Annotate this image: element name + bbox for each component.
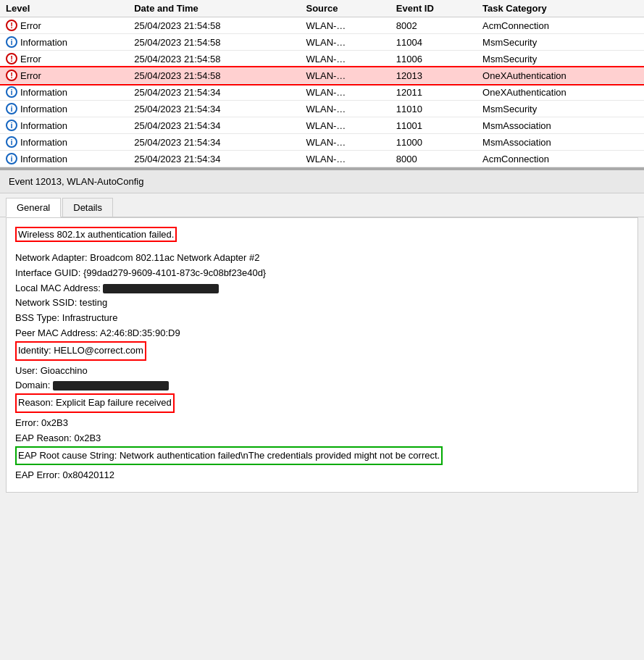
- cell-taskcategory-2: MsmSecurity: [477, 51, 644, 67]
- cell-taskcategory-0: AcmConnection: [477, 17, 644, 34]
- cell-eventid-3: 12013: [390, 67, 477, 84]
- cell-source-8: WLAN-…: [300, 151, 390, 167]
- bottom-panel: Event 12013, WLAN-AutoConfig General Det…: [0, 169, 644, 493]
- table-row[interactable]: !Error25/04/2023 21:54:58WLAN-…11006MsmS…: [0, 51, 644, 67]
- table-row[interactable]: iInformation25/04/2023 21:54:34WLAN-…800…: [0, 151, 644, 167]
- cell-source-0: WLAN-…: [300, 17, 390, 34]
- detail-line-7: User: Gioacchino: [15, 364, 629, 379]
- detail-line-9: Reason: Explicit Eap failure received: [15, 393, 629, 416]
- info-icon: i: [6, 103, 17, 114]
- detail-line-1: Interface GUID: {99dad279-9609-4101-873c…: [15, 266, 629, 281]
- detail-line-0: Network Adapter: Broadcom 802.11ac Netwo…: [15, 251, 629, 266]
- cell-level-2: !Error: [0, 51, 128, 67]
- cell-datetime-1: 25/04/2023 21:54:58: [128, 34, 300, 51]
- detail-line-4: BSS Type: Infrastructure: [15, 311, 629, 326]
- info-icon: i: [6, 36, 17, 48]
- redacted-bar-8: [53, 381, 169, 390]
- cell-taskcategory-7: MsmAssociation: [477, 134, 644, 151]
- level-text: Error: [20, 20, 41, 31]
- cell-datetime-8: 25/04/2023 21:54:34: [128, 151, 300, 167]
- cell-taskcategory-1: MsmSecurity: [477, 34, 644, 51]
- cell-eventid-1: 11004: [390, 34, 477, 51]
- table-row[interactable]: !Error25/04/2023 21:54:58WLAN-…8002AcmCo…: [0, 17, 644, 34]
- level-text: Error: [20, 54, 41, 64]
- cell-source-3: WLAN-…: [300, 67, 390, 84]
- cell-level-8: iInformation: [0, 151, 128, 167]
- table-row[interactable]: iInformation25/04/2023 21:54:34WLAN-…110…: [0, 117, 644, 134]
- top-panel: Level Date and Time Source Event ID Task…: [0, 0, 644, 169]
- detail-line-10: Error: 0x2B3: [15, 416, 629, 431]
- detail-line-6: Identity: HELLO@correct.com: [15, 341, 629, 364]
- cell-level-6: iInformation: [0, 117, 128, 134]
- cell-source-2: WLAN-…: [300, 51, 390, 67]
- info-icon: i: [6, 120, 17, 131]
- detail-line-5: Peer MAC Address: A2:46:8D:35:90:D9: [15, 326, 629, 341]
- cell-eventid-7: 11000: [390, 134, 477, 151]
- detail-line-11: EAP Reason: 0x2B3: [15, 431, 629, 446]
- cell-level-7: iInformation: [0, 134, 128, 151]
- red-highlight-text-6: Identity: HELLO@correct.com: [15, 341, 146, 361]
- detail-content: Wireless 802.1x authentication failed. N…: [6, 217, 638, 493]
- info-icon: i: [6, 86, 17, 98]
- cell-level-3: !Error: [0, 67, 128, 84]
- cell-eventid-0: 8002: [390, 17, 477, 34]
- level-text: Information: [20, 37, 67, 48]
- tab-details[interactable]: Details: [62, 198, 113, 217]
- cell-source-1: WLAN-…: [300, 34, 390, 51]
- detail-line-3: Network SSID: testing: [15, 296, 629, 311]
- cell-datetime-6: 25/04/2023 21:54:34: [128, 117, 300, 134]
- cell-taskcategory-4: OneXAuthentication: [477, 84, 644, 101]
- error-icon: !: [6, 53, 17, 64]
- cell-taskcategory-6: MsmAssociation: [477, 117, 644, 134]
- level-text: Information: [20, 154, 67, 164]
- cell-datetime-4: 25/04/2023 21:54:34: [128, 84, 300, 101]
- table-row[interactable]: iInformation25/04/2023 21:54:34WLAN-…110…: [0, 134, 644, 151]
- tab-general[interactable]: General: [6, 198, 61, 217]
- cell-level-0: !Error: [0, 17, 128, 34]
- event-header: Event 12013, WLAN-AutoConfig: [0, 169, 644, 193]
- tabs-bar: General Details: [0, 193, 644, 217]
- highlight-message-box: Wireless 802.1x authentication failed.: [15, 227, 629, 245]
- cell-eventid-4: 12011: [390, 84, 477, 101]
- col-level: Level: [0, 0, 128, 17]
- detail-line-14: EAP Error: 0x80420112: [15, 468, 629, 483]
- cell-taskcategory-3: OneXAuthentication: [477, 67, 644, 84]
- table-header-row: Level Date and Time Source Event ID Task…: [0, 0, 644, 17]
- col-source: Source: [300, 0, 390, 17]
- cell-datetime-7: 25/04/2023 21:54:34: [128, 134, 300, 151]
- table-row[interactable]: iInformation25/04/2023 21:54:34WLAN-…120…: [0, 84, 644, 101]
- col-datetime: Date and Time: [128, 0, 300, 17]
- event-header-title: Event 12013, WLAN-AutoConfig: [9, 176, 143, 187]
- table-row[interactable]: !Error25/04/2023 21:54:58WLAN-…12013OneX…: [0, 67, 644, 84]
- redacted-bar-2: [103, 284, 219, 293]
- level-text: Information: [20, 120, 67, 131]
- level-text: Information: [20, 87, 67, 98]
- cell-source-5: WLAN-…: [300, 101, 390, 117]
- event-table: Level Date and Time Source Event ID Task…: [0, 0, 644, 167]
- table-row[interactable]: iInformation25/04/2023 21:54:58WLAN-…110…: [0, 34, 644, 51]
- green-highlight-text-12: EAP Root cause String: Network authentic…: [15, 446, 443, 466]
- detail-lines-container: Network Adapter: Broadcom 802.11ac Netwo…: [15, 251, 629, 483]
- cell-taskcategory-5: MsmSecurity: [477, 101, 644, 117]
- cell-eventid-8: 8000: [390, 151, 477, 167]
- cell-eventid-2: 11006: [390, 51, 477, 67]
- error-icon: !: [6, 20, 17, 31]
- cell-level-1: iInformation: [0, 34, 128, 51]
- error-icon: !: [6, 70, 17, 81]
- wireless-auth-failed-text: Wireless 802.1x authentication failed.: [15, 227, 177, 242]
- cell-taskcategory-8: AcmConnection: [477, 151, 644, 167]
- col-eventid: Event ID: [390, 0, 477, 17]
- detail-line-8: Domain:: [15, 378, 629, 393]
- level-text: Error: [20, 70, 41, 81]
- red-highlight-text-9: Reason: Explicit Eap failure received: [15, 393, 175, 413]
- level-text: Information: [20, 137, 67, 148]
- cell-level-5: iInformation: [0, 101, 128, 117]
- info-icon: i: [6, 136, 17, 148]
- cell-source-7: WLAN-…: [300, 134, 390, 151]
- detail-line-2: Local MAC Address:: [15, 281, 629, 296]
- table-row[interactable]: iInformation25/04/2023 21:54:34WLAN-…110…: [0, 101, 644, 117]
- detail-line-12: EAP Root cause String: Network authentic…: [15, 446, 629, 469]
- info-icon: i: [6, 153, 17, 164]
- cell-datetime-0: 25/04/2023 21:54:58: [128, 17, 300, 34]
- col-taskcategory: Task Category: [477, 0, 644, 17]
